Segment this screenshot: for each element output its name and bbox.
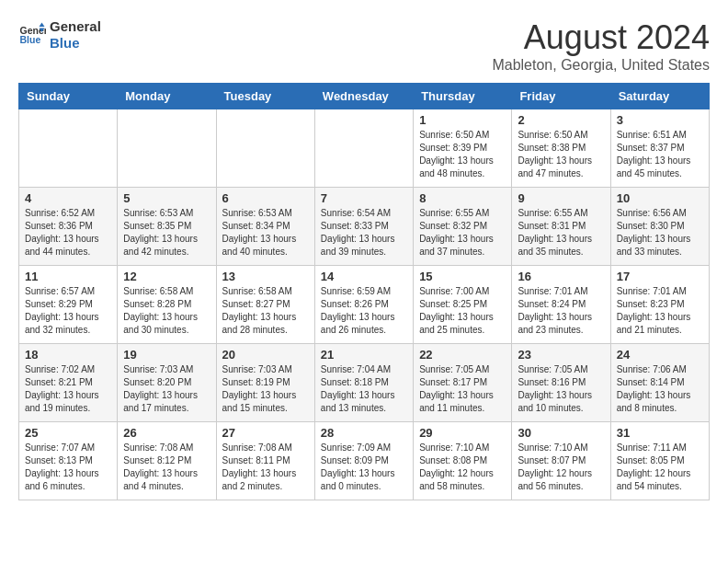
day-number: 4 <box>25 191 111 205</box>
calendar-cell: 7Sunrise: 6:54 AMSunset: 8:33 PMDaylight… <box>314 188 413 266</box>
day-number: 21 <box>321 348 407 362</box>
title-section: August 2024 Mableton, Georgia, United St… <box>492 18 710 74</box>
calendar-cell: 19Sunrise: 7:03 AMSunset: 8:20 PMDayligh… <box>118 344 216 422</box>
day-content: Sunrise: 6:57 AMSunset: 8:29 PMDaylight:… <box>25 285 111 337</box>
day-number: 13 <box>222 270 309 283</box>
day-content: Sunrise: 7:01 AMSunset: 8:24 PMDaylight:… <box>518 285 604 337</box>
calendar-header: SundayMondayTuesdayWednesdayThursdayFrid… <box>19 84 710 109</box>
calendar-cell: 10Sunrise: 6:56 AMSunset: 8:30 PMDayligh… <box>610 188 709 266</box>
week-row-3: 11Sunrise: 6:57 AMSunset: 8:29 PMDayligh… <box>19 266 710 344</box>
day-number: 19 <box>123 348 210 362</box>
calendar-cell: 1Sunrise: 6:50 AMSunset: 8:39 PMDaylight… <box>414 109 512 188</box>
week-row-1: 1Sunrise: 6:50 AMSunset: 8:39 PMDaylight… <box>19 109 710 188</box>
header-day-thursday: Thursday <box>414 84 512 109</box>
month-year-title: August 2024 <box>492 18 710 57</box>
calendar-cell: 13Sunrise: 6:58 AMSunset: 8:27 PMDayligh… <box>216 266 314 344</box>
day-number: 7 <box>321 191 407 205</box>
day-number: 16 <box>518 270 604 283</box>
calendar-cell: 16Sunrise: 7:01 AMSunset: 8:24 PMDayligh… <box>512 266 610 344</box>
header-day-monday: Monday <box>118 84 216 109</box>
day-number: 2 <box>518 113 604 127</box>
header-day-wednesday: Wednesday <box>314 84 413 109</box>
day-number: 25 <box>25 426 111 440</box>
calendar-body: 1Sunrise: 6:50 AMSunset: 8:39 PMDaylight… <box>19 109 710 500</box>
day-number: 12 <box>123 270 210 283</box>
calendar-cell: 18Sunrise: 7:02 AMSunset: 8:21 PMDayligh… <box>19 344 118 422</box>
day-content: Sunrise: 7:10 AMSunset: 8:07 PMDaylight:… <box>518 442 604 493</box>
day-content: Sunrise: 7:00 AMSunset: 8:25 PMDaylight:… <box>419 285 506 337</box>
logo-icon: General Blue <box>18 21 46 49</box>
day-content: Sunrise: 7:07 AMSunset: 8:13 PMDaylight:… <box>25 442 111 493</box>
calendar-cell: 25Sunrise: 7:07 AMSunset: 8:13 PMDayligh… <box>19 422 118 500</box>
day-number: 27 <box>222 426 309 440</box>
header-day-sunday: Sunday <box>19 84 118 109</box>
location-subtitle: Mableton, Georgia, United States <box>492 57 710 74</box>
day-number: 3 <box>617 113 703 127</box>
logo-blue: Blue <box>50 35 101 52</box>
calendar-cell: 21Sunrise: 7:04 AMSunset: 8:18 PMDayligh… <box>314 344 413 422</box>
logo-general: General <box>50 18 101 35</box>
header-row: SundayMondayTuesdayWednesdayThursdayFrid… <box>19 84 710 109</box>
calendar-cell: 28Sunrise: 7:09 AMSunset: 8:09 PMDayligh… <box>314 422 413 500</box>
day-content: Sunrise: 7:10 AMSunset: 8:08 PMDaylight:… <box>419 442 506 493</box>
week-row-2: 4Sunrise: 6:52 AMSunset: 8:36 PMDaylight… <box>19 188 710 266</box>
calendar-cell: 27Sunrise: 7:08 AMSunset: 8:11 PMDayligh… <box>216 422 314 500</box>
calendar-cell: 31Sunrise: 7:11 AMSunset: 8:05 PMDayligh… <box>610 422 709 500</box>
day-content: Sunrise: 7:02 AMSunset: 8:21 PMDaylight:… <box>25 363 111 415</box>
page-header: General Blue General Blue August 2024 Ma… <box>18 18 710 74</box>
day-number: 9 <box>518 191 604 205</box>
day-content: Sunrise: 7:04 AMSunset: 8:18 PMDaylight:… <box>321 363 407 415</box>
day-content: Sunrise: 7:09 AMSunset: 8:09 PMDaylight:… <box>321 442 407 493</box>
header-day-tuesday: Tuesday <box>216 84 314 109</box>
day-number: 8 <box>419 191 506 205</box>
calendar-cell: 14Sunrise: 6:59 AMSunset: 8:26 PMDayligh… <box>314 266 413 344</box>
day-content: Sunrise: 6:58 AMSunset: 8:28 PMDaylight:… <box>123 285 210 337</box>
calendar-cell: 23Sunrise: 7:05 AMSunset: 8:16 PMDayligh… <box>512 344 610 422</box>
day-content: Sunrise: 6:55 AMSunset: 8:32 PMDaylight:… <box>419 207 506 259</box>
day-content: Sunrise: 7:01 AMSunset: 8:23 PMDaylight:… <box>617 285 703 337</box>
calendar-cell: 15Sunrise: 7:00 AMSunset: 8:25 PMDayligh… <box>414 266 512 344</box>
day-content: Sunrise: 7:08 AMSunset: 8:11 PMDaylight:… <box>222 442 309 493</box>
day-number: 10 <box>617 191 703 205</box>
day-content: Sunrise: 7:03 AMSunset: 8:19 PMDaylight:… <box>222 363 309 415</box>
calendar-cell: 4Sunrise: 6:52 AMSunset: 8:36 PMDaylight… <box>19 188 118 266</box>
calendar-cell: 12Sunrise: 6:58 AMSunset: 8:28 PMDayligh… <box>118 266 216 344</box>
day-number: 24 <box>617 348 703 362</box>
calendar-cell: 11Sunrise: 6:57 AMSunset: 8:29 PMDayligh… <box>19 266 118 344</box>
day-content: Sunrise: 7:05 AMSunset: 8:17 PMDaylight:… <box>419 363 506 415</box>
calendar-cell: 24Sunrise: 7:06 AMSunset: 8:14 PMDayligh… <box>610 344 709 422</box>
day-number: 28 <box>321 426 407 440</box>
day-content: Sunrise: 7:08 AMSunset: 8:12 PMDaylight:… <box>123 442 210 493</box>
day-number: 1 <box>419 113 506 127</box>
day-number: 18 <box>25 348 111 362</box>
calendar-cell: 26Sunrise: 7:08 AMSunset: 8:12 PMDayligh… <box>118 422 216 500</box>
calendar-cell <box>314 109 413 188</box>
day-number: 20 <box>222 348 309 362</box>
header-day-friday: Friday <box>512 84 610 109</box>
calendar-cell: 29Sunrise: 7:10 AMSunset: 8:08 PMDayligh… <box>414 422 512 500</box>
svg-text:Blue: Blue <box>20 34 41 45</box>
calendar-cell <box>216 109 314 188</box>
logo: General Blue General Blue <box>18 18 101 52</box>
day-content: Sunrise: 7:11 AMSunset: 8:05 PMDaylight:… <box>617 442 703 493</box>
day-number: 15 <box>419 270 506 283</box>
day-number: 14 <box>321 270 407 283</box>
day-content: Sunrise: 6:51 AMSunset: 8:37 PMDaylight:… <box>617 129 703 180</box>
day-number: 26 <box>123 426 210 440</box>
day-content: Sunrise: 6:53 AMSunset: 8:35 PMDaylight:… <box>123 207 210 259</box>
day-content: Sunrise: 6:54 AMSunset: 8:33 PMDaylight:… <box>321 207 407 259</box>
day-number: 11 <box>25 270 111 283</box>
calendar-cell: 20Sunrise: 7:03 AMSunset: 8:19 PMDayligh… <box>216 344 314 422</box>
day-number: 29 <box>419 426 506 440</box>
calendar-cell: 9Sunrise: 6:55 AMSunset: 8:31 PMDaylight… <box>512 188 610 266</box>
calendar-cell: 6Sunrise: 6:53 AMSunset: 8:34 PMDaylight… <box>216 188 314 266</box>
calendar-cell: 5Sunrise: 6:53 AMSunset: 8:35 PMDaylight… <box>118 188 216 266</box>
calendar-cell: 3Sunrise: 6:51 AMSunset: 8:37 PMDaylight… <box>610 109 709 188</box>
day-content: Sunrise: 6:53 AMSunset: 8:34 PMDaylight:… <box>222 207 309 259</box>
calendar-cell: 30Sunrise: 7:10 AMSunset: 8:07 PMDayligh… <box>512 422 610 500</box>
day-content: Sunrise: 6:55 AMSunset: 8:31 PMDaylight:… <box>518 207 604 259</box>
day-content: Sunrise: 7:03 AMSunset: 8:20 PMDaylight:… <box>123 363 210 415</box>
day-number: 30 <box>518 426 604 440</box>
day-number: 31 <box>617 426 703 440</box>
calendar-cell <box>118 109 216 188</box>
